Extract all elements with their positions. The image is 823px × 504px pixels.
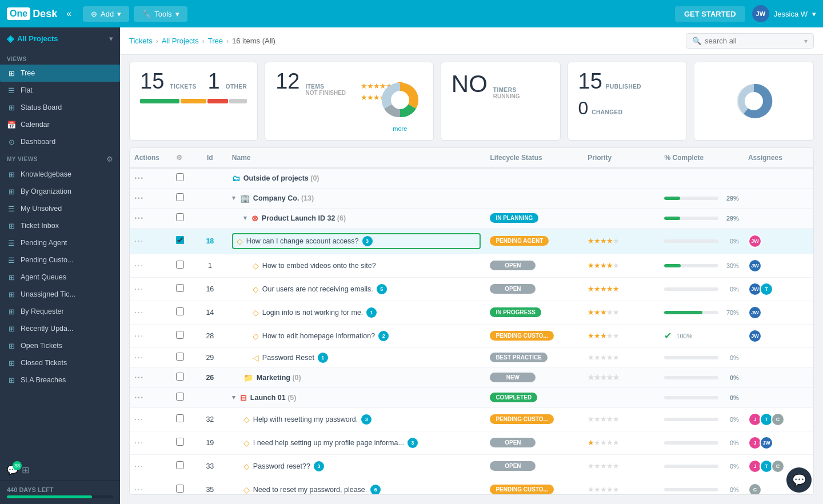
add-chevron-icon: ▾ bbox=[117, 10, 121, 18]
search-box[interactable]: 🔍 ▾ bbox=[686, 33, 814, 49]
sidebar-item-tree[interactable]: ⊞ Tree bbox=[0, 65, 120, 82]
row-checkbox[interactable] bbox=[176, 307, 184, 315]
sidebar-item-agent-queues[interactable]: ⊞ Agent Queues bbox=[0, 269, 120, 286]
grid-button[interactable]: ⊞ bbox=[22, 465, 29, 475]
tools-button[interactable]: 🔧 Tools ▾ bbox=[134, 6, 187, 22]
project-icon: ◈ bbox=[7, 33, 14, 44]
row-dots[interactable]: ··· bbox=[134, 284, 143, 294]
sidebar-item-label: Knowledgebase bbox=[21, 170, 71, 178]
pending-cust-icon: ☰ bbox=[7, 255, 16, 265]
row-checkbox[interactable] bbox=[176, 193, 184, 201]
sidebar-item-closed-tickets[interactable]: ⊞ Closed Tickets bbox=[0, 354, 120, 371]
sidebar-item-by-requester[interactable]: ⊞ By Requester bbox=[0, 303, 120, 320]
published-stat-card: 15 PUBLISHED 0 CHANGED bbox=[568, 62, 688, 141]
sidebar-item-calendar[interactable]: 📅 Calendar bbox=[0, 116, 120, 133]
table-row[interactable]: ··· 29 ◁ Password Reset 1 BEST PRACTICE … bbox=[130, 347, 813, 367]
sidebar-item-open-tickets[interactable]: ⊞ Open Tickets bbox=[0, 337, 120, 354]
add-button[interactable]: ⊕ Add ▾ bbox=[83, 6, 129, 22]
user-menu[interactable]: JW Jessica W ▾ bbox=[752, 5, 816, 22]
chevron-down-icon[interactable]: ▾ bbox=[232, 194, 235, 202]
sidebar-item-status-board[interactable]: ⊞ Status Board bbox=[0, 99, 120, 116]
table-row[interactable]: ··· 14 ◇ Login info is not working for m… bbox=[130, 301, 813, 324]
pie-more-link[interactable]: more bbox=[393, 125, 407, 132]
status-badge: OPEN bbox=[490, 438, 536, 447]
sidebar-item-pending-custo[interactable]: ☰ Pending Custo... bbox=[0, 251, 120, 269]
avatar: T bbox=[760, 282, 773, 296]
row-checkbox[interactable] bbox=[176, 213, 184, 221]
row-dots[interactable]: ··· bbox=[134, 261, 143, 270]
row-dots[interactable]: ··· bbox=[134, 485, 143, 494]
table-row[interactable]: ··· 35 ◇ Need to reset my password, plea… bbox=[130, 478, 813, 495]
search-input[interactable] bbox=[705, 37, 801, 45]
search-expand-icon[interactable]: ▾ bbox=[804, 37, 808, 45]
table-row[interactable]: ··· 28 ◇ How to edit homepage informatio… bbox=[130, 324, 813, 347]
table-row[interactable]: ··· 18 ◇ How can I change account access… bbox=[130, 228, 813, 254]
project-selector[interactable]: ◈ All Projects ▾ bbox=[0, 27, 120, 50]
row-checkbox[interactable] bbox=[176, 373, 184, 381]
table-row[interactable]: ··· 32 ◇ Help with resetting my password… bbox=[130, 407, 813, 431]
get-started-button[interactable]: GET STARTED bbox=[675, 6, 745, 22]
sidebar-item-recently-updated[interactable]: ⊞ Recently Upda... bbox=[0, 320, 120, 337]
row-checkbox[interactable] bbox=[176, 331, 184, 339]
row-checkbox[interactable] bbox=[176, 284, 184, 292]
sidebar-item-flat[interactable]: ☰ Flat bbox=[0, 82, 120, 99]
my-views-settings-icon[interactable]: ⚙ bbox=[106, 155, 113, 163]
priority-stars: ★★★ bbox=[588, 308, 606, 317]
changed-label: CHANGED bbox=[592, 109, 622, 115]
row-dots[interactable]: ··· bbox=[134, 193, 143, 203]
th-gear[interactable]: ⚙ bbox=[171, 148, 193, 168]
gear-icon[interactable]: ⚙ bbox=[176, 154, 182, 162]
progress-bar: 0% bbox=[664, 416, 738, 423]
breadcrumb-all-projects[interactable]: All Projects bbox=[162, 37, 199, 45]
sidebar-item-pending-agent[interactable]: ☰ Pending Agent bbox=[0, 234, 120, 251]
row-checkbox[interactable] bbox=[176, 461, 184, 469]
table-row[interactable]: ··· 1 ◇ How to embed videos onto the sit… bbox=[130, 254, 813, 277]
sidebar-item-ticket-inbox[interactable]: ⊞ Ticket Inbox bbox=[0, 217, 120, 234]
my-unsolved-icon: ☰ bbox=[7, 204, 16, 213]
collapse-sidebar-button[interactable]: « bbox=[66, 9, 71, 19]
sidebar-item-label: Pending Agent bbox=[21, 239, 67, 247]
row-checkbox[interactable] bbox=[176, 261, 184, 269]
sidebar-item-my-unsolved[interactable]: ☰ My Unsolved bbox=[0, 200, 120, 217]
ticket-icon: ◇ bbox=[253, 285, 259, 294]
row-checkbox[interactable] bbox=[176, 485, 184, 493]
notifications-button[interactable]: 💬 38 bbox=[7, 465, 18, 475]
row-dots[interactable]: ··· bbox=[134, 173, 143, 183]
chevron-down-icon[interactable]: ▾ bbox=[243, 214, 247, 222]
row-checkbox[interactable] bbox=[176, 438, 184, 446]
row-id bbox=[193, 387, 227, 407]
chat-bubble-button[interactable]: 💬 bbox=[786, 467, 812, 493]
sidebar-item-by-organization[interactable]: ⊞ By Organization bbox=[0, 183, 120, 200]
row-dots[interactable]: ··· bbox=[134, 307, 143, 317]
sidebar-item-label: Dashboard bbox=[21, 138, 55, 146]
row-dots[interactable]: ··· bbox=[134, 461, 143, 471]
row-dots[interactable]: ··· bbox=[134, 438, 143, 447]
sidebar-item-knowledgebase[interactable]: ⊞ Knowledgebase bbox=[0, 166, 120, 183]
row-dots[interactable]: ··· bbox=[134, 331, 143, 341]
row-checkbox[interactable] bbox=[176, 414, 184, 422]
row-dots[interactable]: ··· bbox=[134, 236, 143, 246]
table-row[interactable]: ··· 33 ◇ Password reset?? 3 OPEN ★★★★★ bbox=[130, 454, 813, 478]
row-id: 32 bbox=[193, 407, 227, 431]
row-checkbox[interactable] bbox=[176, 393, 184, 401]
th-actions: Actions bbox=[130, 148, 171, 168]
row-dots[interactable]: ··· bbox=[134, 393, 143, 402]
row-dots[interactable]: ··· bbox=[134, 373, 143, 382]
avatar: JW bbox=[748, 259, 762, 273]
table-row[interactable]: ··· 16 ◇ Our users are not receiving ema… bbox=[130, 277, 813, 301]
chevron-down-icon[interactable]: ▾ bbox=[232, 394, 235, 401]
row-dots[interactable]: ··· bbox=[134, 414, 143, 424]
table-row[interactable]: ··· 19 ◇ I need help setting up my profi… bbox=[130, 431, 813, 454]
trial-progress-fill bbox=[7, 495, 92, 498]
breadcrumb-tree[interactable]: Tree bbox=[208, 37, 223, 45]
breadcrumb-tickets[interactable]: Tickets bbox=[129, 37, 153, 45]
sidebar-item-sla-breaches[interactable]: ⊞ SLA Breaches bbox=[0, 371, 120, 389]
sidebar-item-dashboard[interactable]: ⊙ Dashboard bbox=[0, 133, 120, 150]
row-dots[interactable]: ··· bbox=[134, 353, 143, 362]
sidebar-item-unassigned-tic[interactable]: ⊞ Unassigned Tic... bbox=[0, 286, 120, 303]
row-dots[interactable]: ··· bbox=[134, 213, 143, 223]
sidebar-item-label: Ticket Inbox bbox=[21, 222, 59, 230]
row-checkbox[interactable] bbox=[176, 173, 184, 181]
row-checkbox[interactable] bbox=[176, 236, 184, 244]
row-checkbox[interactable] bbox=[176, 353, 184, 361]
